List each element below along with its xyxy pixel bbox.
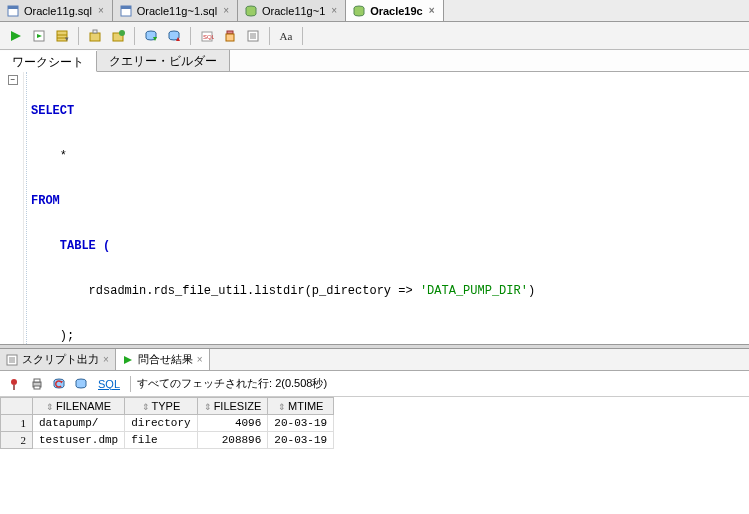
tab-oracle11g1-sql[interactable]: Oracle11g~1.sql × <box>113 0 238 21</box>
tab-script-output[interactable]: スクリプト出力 × <box>0 349 116 370</box>
script-output-icon <box>6 354 18 366</box>
kw-from: FROM <box>31 194 60 208</box>
file-tabs: Oracle11g.sql × Oracle11g~1.sql × Oracle… <box>0 0 749 22</box>
close-icon[interactable]: × <box>96 5 106 16</box>
db-commit-button[interactable] <box>141 26 161 46</box>
sort-icon[interactable]: ⇕ <box>142 402 152 412</box>
sql-link[interactable]: SQL <box>94 378 124 390</box>
sql-editor[interactable]: − SELECT * FROM TABLE ( rdsadmin.rds_fil… <box>0 72 749 344</box>
result-toolbar: SQL すべてのフェッチされた行: 2(0.508秒) <box>0 371 749 397</box>
cell-type[interactable]: directory <box>125 415 197 432</box>
result-tabs: スクリプト出力 × 問合せ結果 × <box>0 349 749 371</box>
fold-toggle[interactable]: − <box>8 75 18 85</box>
cell-mtime[interactable]: 20-03-19 <box>268 432 334 449</box>
clear-button[interactable] <box>220 26 240 46</box>
svg-rect-3 <box>121 6 131 9</box>
refresh-button[interactable] <box>50 375 68 393</box>
tab-label: Oracle11g~1.sql <box>137 5 217 17</box>
row-header-blank[interactable] <box>1 398 33 415</box>
cell-filename[interactable]: testuser.dmp <box>33 432 125 449</box>
export-button[interactable] <box>72 375 90 393</box>
tab-oracle11g1[interactable]: Oracle11g~1 × <box>238 0 346 21</box>
code-line: ) <box>528 284 535 298</box>
sql-file-icon <box>6 4 20 18</box>
close-icon[interactable]: × <box>103 354 109 365</box>
code-line: ); <box>31 329 745 344</box>
tab-label: Oracle11g.sql <box>24 5 92 17</box>
svg-point-15 <box>119 30 125 36</box>
history-button[interactable] <box>243 26 263 46</box>
db-icon <box>352 4 366 18</box>
run-script-button[interactable] <box>29 26 49 46</box>
toolbar-separator <box>190 27 191 45</box>
sort-icon[interactable]: ⇕ <box>46 402 56 412</box>
cell-filesize[interactable]: 208896 <box>197 432 268 449</box>
case-button[interactable]: Aa <box>276 26 296 46</box>
worksheet-tabs: ワークシート クエリー・ビルダー <box>0 50 749 72</box>
tab-worksheet[interactable]: ワークシート <box>0 51 97 72</box>
result-grid[interactable]: ⇕FILENAME ⇕TYPE ⇕FILESIZE ⇕MTIME 1 datap… <box>0 397 749 449</box>
cell-mtime[interactable]: 20-03-19 <box>268 415 334 432</box>
svg-marker-32 <box>124 356 132 364</box>
fetch-status: すべてのフェッチされた行: 2(0.508秒) <box>137 376 327 391</box>
main-toolbar: ▾ SQL Aa <box>0 22 749 50</box>
kw-select: SELECT <box>31 104 74 118</box>
svg-rect-1 <box>8 6 18 9</box>
sort-icon[interactable]: ⇕ <box>204 402 214 412</box>
pin-button[interactable] <box>6 375 24 393</box>
string-literal: 'DATA_PUMP_DIR' <box>420 284 528 298</box>
col-type[interactable]: ⇕TYPE <box>125 398 197 415</box>
sql-file-icon <box>119 4 133 18</box>
code-line: * <box>31 149 745 164</box>
tab-query-builder[interactable]: クエリー・ビルダー <box>97 50 230 71</box>
svg-marker-6 <box>11 31 21 41</box>
svg-rect-23 <box>226 34 234 41</box>
svg-point-33 <box>11 379 17 385</box>
tab-oracle19c[interactable]: Oracle19c × <box>346 0 443 21</box>
tab-oracle11g-sql[interactable]: Oracle11g.sql × <box>0 0 113 21</box>
toolbar-separator <box>78 27 79 45</box>
commit-button[interactable] <box>108 26 128 46</box>
toolbar-separator <box>269 27 270 45</box>
cell-filename[interactable]: datapump/ <box>33 415 125 432</box>
svg-rect-37 <box>34 386 40 389</box>
toolbar-separator <box>134 27 135 45</box>
explain-plan-button[interactable]: ▾ <box>52 26 72 46</box>
row-number: 2 <box>1 432 33 449</box>
db-rollback-button[interactable] <box>164 26 184 46</box>
db-icon <box>244 4 258 18</box>
table-row[interactable]: 1 datapump/ directory 4096 20-03-19 <box>1 415 334 432</box>
col-filesize[interactable]: ⇕FILESIZE <box>197 398 268 415</box>
sort-icon[interactable]: ⇕ <box>278 402 288 412</box>
results-panel: スクリプト出力 × 問合せ結果 × SQL すべてのフェッチされた行: 2(0.… <box>0 349 749 514</box>
close-icon[interactable]: × <box>221 5 231 16</box>
code-line: rdsadmin.rds_file_util.listdir(p_directo… <box>31 284 420 298</box>
table-row[interactable]: 2 testuser.dmp file 208896 20-03-19 <box>1 432 334 449</box>
unshared-sql-button[interactable]: SQL <box>197 26 217 46</box>
tab-label: Oracle19c <box>370 5 423 17</box>
close-icon[interactable]: × <box>427 5 437 16</box>
close-icon[interactable]: × <box>329 5 339 16</box>
run-button[interactable] <box>6 26 26 46</box>
kw-table: TABLE ( <box>31 239 110 253</box>
editor-gutter: − <box>0 72 24 344</box>
close-icon[interactable]: × <box>197 354 203 365</box>
tab-label: Oracle11g~1 <box>262 5 325 17</box>
tab-query-result[interactable]: 問合せ結果 × <box>116 349 210 370</box>
tab-label: スクリプト出力 <box>22 352 99 367</box>
svg-rect-12 <box>90 33 100 41</box>
col-filename[interactable]: ⇕FILENAME <box>33 398 125 415</box>
row-number: 1 <box>1 415 33 432</box>
toolbar-separator <box>130 376 131 392</box>
tab-label: 問合せ結果 <box>138 352 193 367</box>
cell-filesize[interactable]: 4096 <box>197 415 268 432</box>
code-area[interactable]: SELECT * FROM TABLE ( rdsadmin.rds_file_… <box>26 72 749 344</box>
autotrace-button[interactable] <box>85 26 105 46</box>
toolbar-separator <box>302 27 303 45</box>
svg-rect-36 <box>34 379 40 382</box>
play-icon <box>122 354 134 366</box>
col-mtime[interactable]: ⇕MTIME <box>268 398 334 415</box>
print-button[interactable] <box>28 375 46 393</box>
svg-text:SQL: SQL <box>203 34 214 40</box>
cell-type[interactable]: file <box>125 432 197 449</box>
